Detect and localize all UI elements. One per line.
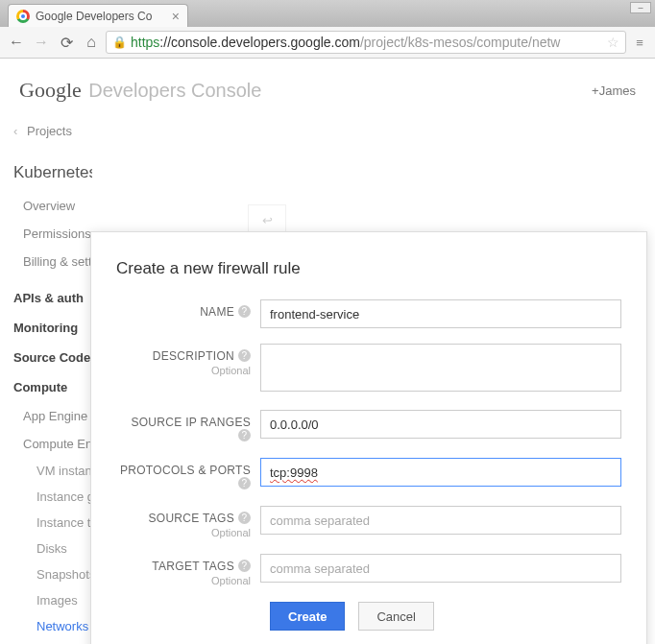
browser-tab-strip: Google Developers Co × [0, 0, 655, 27]
sidebar-item-overview[interactable]: Overview [13, 192, 92, 220]
window-minimize-button[interactable]: – [630, 2, 651, 13]
sidebar-item-appengine[interactable]: App Engine [13, 402, 92, 430]
browser-toolbar: ← → ⟳ ⌂ 🔒 https ://console.developers.go… [0, 27, 655, 59]
back-button[interactable]: ← [6, 32, 27, 53]
reload-button[interactable]: ⟳ [56, 32, 77, 53]
label-source-ip: SOURCE IP RANGES? [116, 410, 260, 442]
project-title[interactable]: Kubernetes [13, 163, 92, 182]
sidebar: Kubernetes Overview Permissions Billing … [0, 154, 92, 639]
sidebar-section-monitoring[interactable]: Monitoring [13, 321, 92, 335]
name-input[interactable] [260, 299, 621, 328]
sidebar-sub-instance-templates[interactable]: Instance templates [13, 510, 92, 536]
user-link[interactable]: +James [592, 83, 636, 98]
help-icon[interactable]: ? [238, 512, 251, 524]
window-controls: – [630, 2, 651, 13]
label-protocols: PROTOCOLS & PORTS? [116, 458, 260, 490]
browser-menu-icon[interactable]: ≡ [630, 36, 649, 50]
sidebar-sub-disks[interactable]: Disks [13, 536, 92, 561]
sidebar-sub-vm[interactable]: VM instances [13, 458, 92, 484]
page-content: Google Developers Console +James ‹ Proje… [0, 59, 655, 644]
create-firewall-modal: Create a new firewall rule NAME? DESCRIP… [90, 231, 647, 644]
lock-icon: 🔒 [112, 36, 127, 49]
bookmark-star-icon[interactable]: ☆ [607, 35, 619, 50]
sidebar-item-permissions[interactable]: Permissions [13, 220, 92, 248]
forward-button: → [31, 32, 52, 53]
chevron-left-icon: ‹ [13, 124, 17, 138]
console-header: Google Developers Console +James [0, 59, 655, 118]
protocols-value: tcp:9998 [270, 465, 318, 480]
breadcrumb-label: Projects [27, 124, 72, 138]
sidebar-section-compute[interactable]: Compute [13, 380, 92, 394]
sidebar-item-billing[interactable]: Billing & settings [13, 248, 92, 275]
label-target-tags: TARGET TAGS? Optional [116, 554, 260, 586]
help-icon[interactable]: ? [238, 305, 251, 318]
help-icon[interactable]: ? [238, 349, 251, 362]
cancel-button[interactable]: Cancel [358, 602, 433, 631]
sidebar-sub-snapshots[interactable]: Snapshots [13, 561, 92, 587]
breadcrumb[interactable]: ‹ Projects [0, 118, 655, 154]
sidebar-section-source[interactable]: Source Code [13, 350, 92, 365]
url-path: /project/k8s-mesos/compute/netw [360, 35, 561, 50]
sidebar-sub-images[interactable]: Images [13, 587, 92, 613]
sidebar-sub-networks[interactable]: Networks [13, 613, 92, 639]
tab-close-icon[interactable]: × [172, 9, 180, 24]
modal-title: Create a new firewall rule [116, 259, 621, 278]
target-tags-input[interactable] [260, 554, 621, 583]
description-input[interactable] [260, 344, 621, 392]
source-ip-input[interactable] [260, 410, 621, 439]
create-button[interactable]: Create [270, 602, 345, 631]
tab-title: Google Developers Co [36, 10, 152, 23]
help-icon[interactable]: ? [238, 560, 251, 572]
protocols-input[interactable]: tcp:9998 [260, 458, 621, 487]
sidebar-sub-instance-groups[interactable]: Instance groups [13, 484, 92, 510]
url-host: ://console.developers.google.com [159, 35, 360, 50]
source-tags-input[interactable] [260, 506, 621, 535]
console-logo[interactable]: Google Developers Console [19, 78, 261, 103]
label-source-tags: SOURCE TAGS? Optional [116, 506, 260, 538]
sidebar-section-apis[interactable]: APIs & auth [13, 291, 92, 305]
label-name: NAME? [116, 299, 260, 319]
tab-favicon [16, 10, 30, 23]
help-icon[interactable]: ? [238, 429, 251, 441]
url-scheme: https [131, 35, 159, 50]
address-bar[interactable]: 🔒 https ://console.developers.google.com… [106, 31, 626, 54]
home-button[interactable]: ⌂ [81, 32, 102, 53]
help-icon[interactable]: ? [238, 477, 251, 489]
sidebar-item-compute-engine[interactable]: Compute Engine [13, 430, 92, 458]
label-description: DESCRIPTION? Optional [116, 344, 260, 376]
browser-tab-active[interactable]: Google Developers Co × [8, 4, 188, 27]
